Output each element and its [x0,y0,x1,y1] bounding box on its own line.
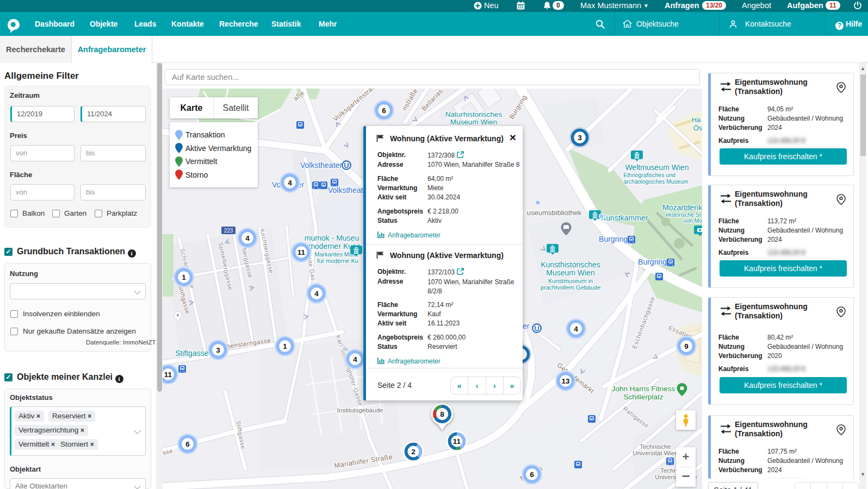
svg-text:9: 9 [684,342,689,350]
svg-text:Ös: Ös [693,124,702,132]
svg-text:2: 2 [411,448,416,456]
svg-text:Kunstkammer: Kunstkammer [601,214,648,222]
svg-text:8: 8 [440,410,444,418]
svg-text:Volkstheat: Volkstheat [328,186,363,195]
svg-text:Naturhistorisches: Naturhistorisches [445,110,503,118]
svg-text:prachtvollem Gebäude: prachtvollem Gebäude [541,284,601,291]
svg-text:3: 3 [216,346,220,354]
svg-text:3: 3 [578,134,582,142]
svg-text:4: 4 [314,290,319,298]
svg-text:223: 223 [224,228,233,234]
svg-text:Kunsthistorisches: Kunsthistorisches [541,260,600,269]
svg-text:6: 6 [530,471,534,479]
svg-text:Weltmuseum Wien: Weltmuseum Wien [625,163,689,172]
svg-text:er: er [523,322,530,330]
svg-text:Kunstmuseum in: Kunstmuseum in [548,278,593,284]
svg-text:4: 4 [245,234,250,242]
svg-text:4: 4 [288,179,292,187]
svg-text:U: U [534,324,539,333]
svg-text:13: 13 [561,377,570,385]
svg-text:4: 4 [574,325,578,333]
svg-text:11: 11 [297,248,306,256]
svg-text:Universität Wien: Universität Wien [633,450,678,456]
svg-text:U: U [344,161,349,170]
svg-text:useumsbibliothek: useumsbibliothek [527,209,582,217]
svg-text:Ha: Ha [692,116,701,124]
svg-text:Institutsgebäude: Institutsgebäude [337,407,383,413]
svg-text:Museum Wien: Museum Wien [450,118,497,126]
svg-text:mumok - Museu: mumok - Museu [305,234,359,242]
svg-text:Stiftgasse: Stiftgasse [175,349,209,358]
svg-text:Mozartdenk: Mozartdenk [662,203,702,212]
svg-text:Burgring: Burgring [599,235,628,243]
svg-text:11: 11 [453,437,461,446]
svg-text:für moderne Ku: für moderne Ku [317,258,358,264]
svg-text:1: 1 [283,342,287,350]
svg-text:Schillerplatz: Schillerplatz [624,393,664,401]
svg-text:archäologisches Museum: archäologisches Museum [623,178,688,185]
svg-text:Museum Wien: Museum Wien [546,268,594,277]
svg-text:Volkstheater: Volkstheater [300,161,342,170]
svg-text:von Mo: von Mo [684,217,702,224]
svg-text:4: 4 [353,355,357,363]
svg-text:John Harris Fitness: John Harris Fitness [612,385,675,393]
svg-text:1: 1 [182,273,186,281]
svg-text:Ethnografisches und: Ethnografisches und [623,172,675,178]
svg-text:6: 6 [185,440,190,448]
svg-text:11: 11 [164,371,172,379]
svg-text:6: 6 [382,106,386,115]
svg-text:Burgring: Burgring [638,258,667,266]
svg-text:Technische: Technische [640,443,671,450]
